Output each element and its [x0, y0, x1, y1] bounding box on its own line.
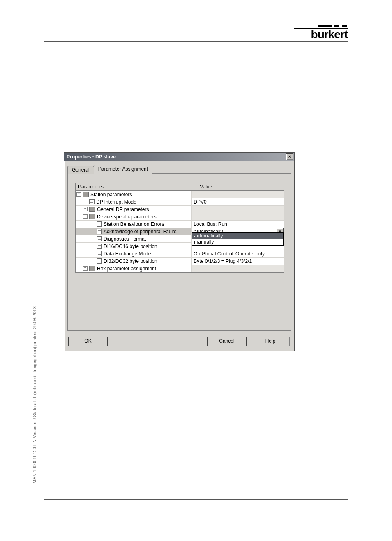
crop-mark — [16, 0, 16, 21]
param-label: DI16/DO16 byte position — [104, 244, 157, 249]
expand-icon[interactable]: + — [83, 207, 88, 211]
footer-rule — [44, 499, 348, 500]
collapse-icon[interactable]: − — [76, 192, 81, 197]
dropdown-list[interactable]: automatically manually — [192, 232, 284, 246]
param-label: General DP parameters — [97, 207, 149, 212]
parameters-grid: Parameters Value − Station parameters — [75, 183, 284, 273]
close-button[interactable]: × — [286, 153, 293, 160]
crop-mark — [371, 16, 392, 16]
param-leaf-icon — [97, 258, 102, 264]
param-value: On Global Control 'Operate' only — [192, 250, 284, 257]
row-station-parameters[interactable]: − Station parameters — [76, 191, 284, 198]
param-label: DP Interrupt Mode — [96, 199, 136, 205]
ok-button[interactable]: OK — [68, 337, 108, 346]
logo-text: burkert — [294, 29, 348, 40]
param-leaf-icon — [97, 244, 102, 249]
row-hex-parameter[interactable]: + Hex parameter assignment — [76, 265, 284, 272]
row-general-dp-parameters[interactable]: + General DP parameters — [76, 206, 284, 213]
cancel-button[interactable]: Cancel — [207, 337, 247, 346]
crop-mark — [0, 525, 21, 525]
folder-icon — [89, 266, 95, 271]
param-leaf-icon — [97, 236, 102, 241]
folder-icon — [83, 192, 89, 197]
grid-rows: − Station parameters DP Interrupt Mode — [76, 191, 284, 272]
param-label: Device-specific parameters — [97, 214, 157, 220]
dialog-button-bar: OK Cancel Help — [64, 332, 294, 351]
properties-dialog: Properties - DP slave × General Paramete… — [64, 152, 295, 351]
crop-mark — [16, 520, 16, 541]
param-leaf-icon — [97, 251, 102, 256]
crop-mark — [371, 525, 392, 525]
document-side-text: MAN 1000010120 EN Version: J Status: RL … — [32, 306, 37, 483]
dialog-body: General Parameter Assignment Parameters … — [64, 161, 294, 332]
dropdown-option[interactable]: automatically — [192, 233, 283, 239]
brand-logo: burkert — [294, 25, 348, 40]
dialog-title: Properties - DP slave — [67, 154, 116, 160]
col-value: Value — [197, 183, 284, 190]
folder-icon — [89, 207, 95, 212]
crop-mark — [0, 16, 21, 16]
tab-general[interactable]: General — [67, 166, 94, 174]
folder-icon — [89, 214, 95, 219]
crop-mark — [376, 520, 376, 541]
dialog-titlebar: Properties - DP slave × — [64, 153, 294, 161]
logo-bars — [294, 25, 347, 27]
param-label: Data Exchange Mode — [104, 251, 151, 257]
header-rule — [44, 41, 348, 42]
param-leaf-icon — [97, 229, 102, 234]
collapse-icon[interactable]: − — [83, 214, 88, 219]
row-data-exchange-mode[interactable]: Data Exchange Mode On Global Control 'Op… — [76, 250, 284, 258]
param-label: Station parameters — [90, 192, 132, 197]
help-button[interactable]: Help — [251, 337, 290, 346]
row-di32-do32[interactable]: DI32/DO32 byte position Byte 0/1/2/3 = P… — [76, 258, 284, 265]
grid-header: Parameters Value — [76, 183, 284, 191]
dropdown-option[interactable]: manually — [192, 239, 283, 245]
param-label: Acknowledge of peripheral Faults — [104, 229, 176, 235]
param-label: Hex parameter assignment — [97, 266, 156, 272]
param-leaf-icon — [97, 221, 102, 227]
row-station-behaviour[interactable]: Station Behaviour on Errors Local Bus: R… — [76, 221, 284, 228]
col-parameters: Parameters — [76, 183, 197, 190]
tab-panel: Parameters Value − Station parameters — [67, 174, 291, 331]
row-device-specific-parameters[interactable]: − Device-specific parameters — [76, 213, 284, 221]
tabs: General Parameter Assignment — [67, 164, 291, 174]
page: burkert MAN 1000010120 EN Version: J Sta… — [25, 25, 367, 516]
param-label: Station Behaviour on Errors — [104, 221, 164, 227]
param-label: Diagnostics Format — [104, 236, 146, 242]
crop-mark — [376, 0, 376, 21]
param-leaf-icon — [89, 199, 95, 204]
row-dp-interrupt-mode[interactable]: DP Interrupt Mode DPV0 — [76, 198, 284, 206]
param-value: Byte 0/1/2/3 = Plug 4/3/2/1 — [192, 258, 284, 265]
tab-parameter-assignment[interactable]: Parameter Assignment — [94, 165, 152, 174]
param-value: Local Bus: Run — [192, 221, 284, 228]
param-value: DPV0 — [192, 198, 284, 205]
param-label: DI32/DO32 byte position — [104, 258, 157, 264]
expand-icon[interactable]: + — [83, 266, 88, 271]
